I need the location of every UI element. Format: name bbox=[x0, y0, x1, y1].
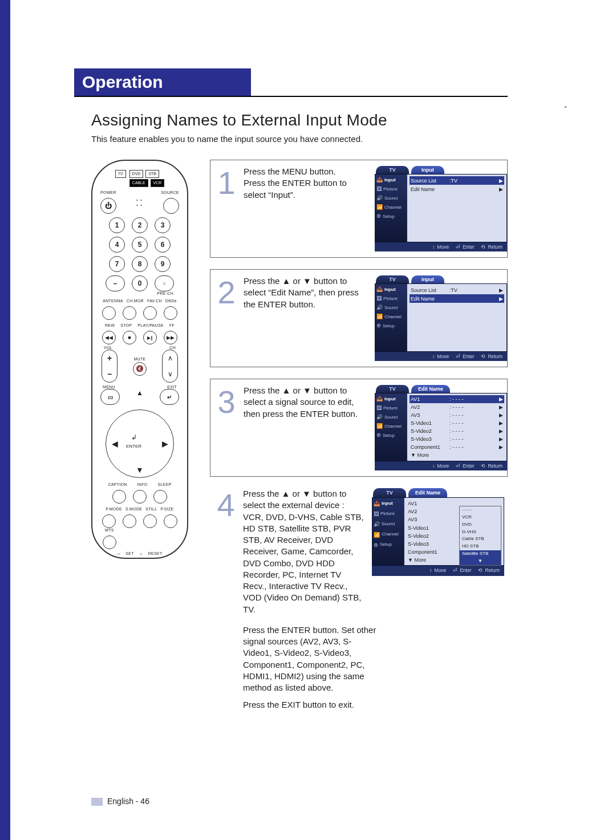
osd-row-name: S-Video1 bbox=[411, 420, 449, 426]
play-pause-icon: ▶‖ bbox=[143, 331, 157, 344]
move-icon: ↕ bbox=[432, 244, 435, 250]
osd-row-value: : - - - - bbox=[449, 420, 499, 426]
osd-footer-label: Return bbox=[485, 567, 500, 574]
osd-side-label: Setup bbox=[383, 323, 395, 328]
rew-label: REW bbox=[105, 323, 115, 327]
pmode-label: P.MODE bbox=[106, 507, 122, 511]
osd-side-item: 🖼Picture bbox=[376, 295, 406, 301]
sound-icon: 🔊 bbox=[376, 305, 383, 310]
osd-footer-label: Move bbox=[437, 354, 449, 359]
digit-9: 9 bbox=[155, 256, 171, 272]
channel-rocker: ∧∨ bbox=[162, 350, 178, 383]
osd-row-value: : - - - - bbox=[449, 404, 499, 410]
setup-icon: ⚙ bbox=[376, 323, 381, 328]
osd-side-label: Setup bbox=[380, 542, 392, 548]
osd-tab-right: Input bbox=[411, 166, 444, 174]
enter-icon: ↲ bbox=[131, 433, 137, 441]
enter-label: ENTER bbox=[126, 444, 141, 449]
osd-side-label: Sound bbox=[384, 196, 398, 201]
section-title: Assigning Names to External Input Mode bbox=[91, 111, 387, 129]
osd-row: Source List:TV▶ bbox=[410, 176, 504, 185]
osd-tab-left: TV bbox=[376, 385, 409, 393]
exit-button: ↵ bbox=[160, 389, 179, 405]
info-label: INFO bbox=[137, 482, 148, 486]
osd-row: Component1: - - - -▶ bbox=[411, 444, 503, 451]
step-card: 1Press the MENU button.Press the ENTER b… bbox=[210, 160, 508, 258]
osd-row: Edit Name▶ bbox=[411, 185, 503, 193]
osd-side-label: Channel bbox=[384, 205, 402, 210]
chmgr-label: CH.MGR bbox=[127, 299, 144, 303]
osd-row-name: Source List bbox=[411, 178, 449, 184]
ch-label: CH bbox=[169, 346, 176, 350]
osd-side-label: Setup bbox=[383, 433, 395, 438]
vol-label: VOL bbox=[104, 346, 112, 350]
chevron-right-icon: ▶ bbox=[499, 186, 503, 192]
step-card: 4Press the ▲ or ▼ button to select the e… bbox=[210, 488, 508, 717]
menu-button: ▭ bbox=[100, 389, 120, 405]
volume-rocker: +− bbox=[102, 350, 117, 383]
osd-row: AV2: - - - -▶ bbox=[411, 404, 503, 411]
osd-side-label: Channel bbox=[384, 314, 402, 319]
digit-5: 5 bbox=[132, 237, 148, 253]
osd-footer-label: Return bbox=[488, 244, 502, 250]
osd-tab-right: Edit Name bbox=[408, 488, 447, 497]
smode-label: S.MODE bbox=[125, 507, 142, 511]
sound-icon: 🔊 bbox=[376, 414, 383, 420]
osd-tab-left: TV bbox=[376, 275, 409, 283]
digit-1: 1 bbox=[109, 217, 125, 233]
osd-side-item: 🖼Picture bbox=[374, 510, 403, 517]
osd-side-item: 📶Channel bbox=[376, 204, 406, 210]
dash-button: – bbox=[106, 275, 125, 291]
osd-row-name: Edit Name bbox=[411, 296, 449, 302]
osd-row-name: ▼ More bbox=[411, 452, 449, 458]
chevron-right-icon: ▶ bbox=[499, 428, 503, 434]
osd-footer-label: Enter bbox=[463, 244, 474, 250]
pre-ch-button: ○ bbox=[155, 275, 174, 291]
osd-row-name: AV3 bbox=[411, 412, 449, 418]
info-button bbox=[133, 490, 147, 504]
still-button bbox=[143, 514, 157, 528]
enter-icon: ⏎ bbox=[456, 244, 460, 250]
osd-popup: - - - -VCRDVDD-VHSCable STBHD STBSatelli… bbox=[459, 506, 501, 565]
up-arrow-icon: ▲ bbox=[136, 389, 143, 405]
digit-2: 2 bbox=[132, 217, 148, 233]
osd-tab-right: Input bbox=[411, 275, 444, 283]
osd-footer-label: Move bbox=[437, 244, 449, 250]
osd-side-label: Input bbox=[384, 287, 396, 292]
section-intro: This feature enables you to name the inp… bbox=[91, 134, 363, 144]
favch-button bbox=[143, 306, 157, 320]
input-icon: 📥 bbox=[374, 500, 380, 507]
setup-icon: ⚙ bbox=[376, 432, 381, 438]
osd-row: AV3: - - - -▶ bbox=[411, 412, 503, 419]
digit-7: 7 bbox=[109, 256, 125, 272]
picture-icon: 🖼 bbox=[374, 510, 379, 517]
smode-button bbox=[123, 514, 136, 528]
osd-side-item: 📥Input bbox=[376, 177, 406, 182]
channel-icon: 📶 bbox=[374, 531, 380, 538]
osd-tab-right: Edit Name bbox=[411, 385, 450, 393]
step-text: Press the ▲ or ▼ button to select a sign… bbox=[244, 385, 369, 470]
step-card: 3Press the ▲ or ▼ button to select a sig… bbox=[210, 379, 508, 477]
chapter-title: Operation bbox=[74, 68, 251, 96]
osd-row: S-Video1: - - - -▶ bbox=[411, 420, 503, 427]
osd-side-label: Input bbox=[382, 501, 393, 507]
enter-icon: ⏎ bbox=[456, 354, 460, 359]
osd-side-item: 🔊Sound bbox=[376, 414, 406, 420]
menu-label: MENU bbox=[103, 385, 115, 389]
osd-side-label: Sound bbox=[382, 521, 395, 527]
osd-tab-left: TV bbox=[376, 166, 409, 174]
remote-illustration: TV DVD STB CABLE VCR POWER SOURC bbox=[91, 160, 188, 559]
osd-row-value: : - - - - bbox=[449, 396, 499, 402]
mts-label: MTS bbox=[92, 528, 187, 532]
remote-mode-vcr: VCR bbox=[151, 179, 165, 187]
osd-side-item: ⚙Setup bbox=[376, 323, 406, 328]
osd-side-item: 📶Channel bbox=[376, 314, 406, 319]
osd-side-label: Picture bbox=[383, 405, 398, 411]
remote-mode-cable: CABLE bbox=[129, 179, 148, 187]
osd-footer: ↕Move⏎Enter⟲Return bbox=[372, 566, 504, 575]
caption-button bbox=[112, 490, 126, 504]
stop-icon: ■ bbox=[123, 331, 136, 344]
enter-button: ↲ ENTER bbox=[126, 433, 141, 449]
remote-source-label: SOURCE bbox=[161, 190, 179, 194]
dpad-left-icon: ◀ bbox=[108, 437, 121, 451]
